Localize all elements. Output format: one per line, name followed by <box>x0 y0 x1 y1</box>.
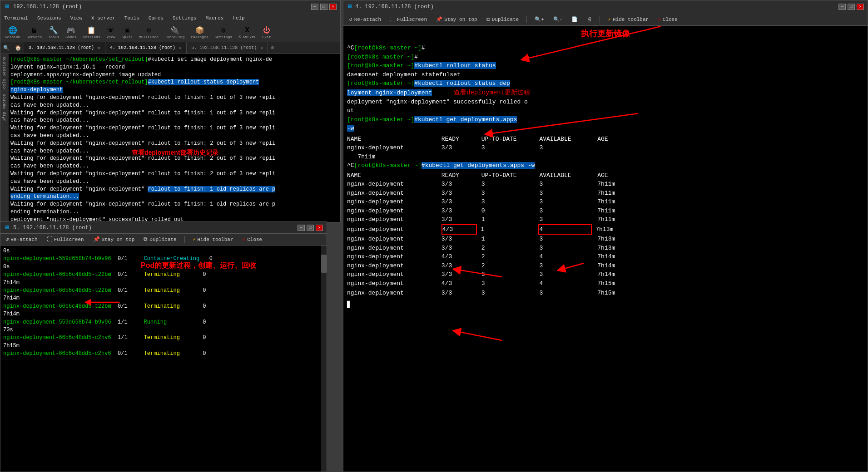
bl-stayontop-icon: 📌 <box>93 236 100 243</box>
bl-duplicate-label: Duplicate <box>149 237 176 242</box>
close-button[interactable]: ✕ <box>329 4 337 10</box>
rt-zoomout-btn[interactable]: 🔍- <box>551 15 565 23</box>
games-btn[interactable]: 🎮 Games <box>63 26 79 39</box>
rt-print1-btn[interactable]: 📄 <box>569 15 580 23</box>
bl-hide-toolbar-btn[interactable]: ⚡ Hide toolbar <box>190 236 236 243</box>
tab-4[interactable]: 4. 192.168.11.128 (root) ✕ <box>105 42 187 54</box>
rt-sep2 <box>600 16 600 23</box>
menu-help[interactable]: Help <box>231 15 246 21</box>
minimize-button[interactable]: — <box>311 4 318 10</box>
bl-close-icon: ✕ <box>243 236 246 242</box>
rt-close-label: Close <box>663 17 678 22</box>
menu-sessions[interactable]: Sessions <box>35 15 63 21</box>
rt-maximize-button[interactable]: □ <box>848 4 855 10</box>
bl-close-label: Close <box>247 237 262 242</box>
rt-reattach-btn[interactable]: ↺ Re-attach <box>347 15 383 23</box>
session-btn[interactable]: 🌐 Session <box>2 26 23 39</box>
packages-btn[interactable]: 📦 Packages <box>188 26 211 39</box>
rt-duplicate-icon: ⧉ <box>486 17 490 22</box>
sidenav-sftp[interactable]: Sftp <box>1 111 8 123</box>
right-terminal-content: 执行更新镜像 ^C[root@k8s-master ~]# [root@k8s-… <box>343 26 868 472</box>
rt-minimize-button[interactable]: — <box>838 4 846 10</box>
sidenav-tools[interactable]: Tools <box>1 78 8 92</box>
bl-close-button[interactable]: ✕ <box>316 225 323 231</box>
rt-fullscreen-icon: ⛶ <box>390 16 395 22</box>
maximize-button[interactable]: □ <box>320 4 327 10</box>
menu-settings[interactable]: Settings <box>171 15 198 21</box>
rt-title: 4. 192.168.11.128 (root) <box>355 4 836 10</box>
rt-stayontop-btn[interactable]: 📌 Stay on top <box>434 15 480 23</box>
rt-zoomin-btn[interactable]: 🔍+ <box>532 15 546 23</box>
rt-stayontop-label: Stay on top <box>444 17 477 22</box>
rt-reattach-icon: ↺ <box>349 16 352 22</box>
rt-sep1 <box>526 16 527 23</box>
tab-5[interactable]: 5. 192.168.11.128 (root) ✕ <box>187 42 268 54</box>
zoomin-icon: 🔍+ <box>535 16 544 22</box>
tools-btn[interactable]: 🔧 Tools <box>45 26 62 39</box>
bl-terminal-icon: 🖥 <box>4 224 10 231</box>
menu-xserver[interactable]: X server <box>89 15 117 21</box>
left-terminal-content: [root@k8s-master ~/kubernetes/set_rollou… <box>9 54 340 222</box>
right-terminal[interactable]: 🖥 4. 192.168.11.128 (root) — □ ✕ ↺ Re-at… <box>343 0 868 472</box>
search-icon[interactable]: 🔍 <box>0 42 12 54</box>
sessions-btn[interactable]: 📋 Sessions <box>80 26 103 39</box>
left-titlebar: 🖥 192.168.11.128 (root) — □ ✕ <box>0 0 340 13</box>
rt-fullscreen-btn[interactable]: ⛶ Fullscreen <box>388 15 429 23</box>
bl-minimize-button[interactable]: — <box>298 225 305 231</box>
tunneling-btn[interactable]: 🔌 Tunneling <box>162 26 187 39</box>
tab-add-button[interactable]: ⊕ <box>268 42 277 54</box>
right-titlebar: 🖥 4. 192.168.11.128 (root) — □ ✕ <box>343 0 868 13</box>
bottom-left-titlebar: 🖥 5. 192.168.11.128 (root) — □ ✕ <box>0 222 327 234</box>
bl-fullscreen-label: Fullscreen <box>54 237 84 242</box>
print2-icon: 🖨 <box>587 16 592 22</box>
settings-icon-btn[interactable]: ⚙ Settings <box>212 26 235 39</box>
servers-btn[interactable]: 🖥 Servers <box>24 26 45 39</box>
menu-terminal[interactable]: Terminal <box>2 15 30 21</box>
tab-3[interactable]: 3. 192.168.11.128 (root) ✕ <box>24 42 105 54</box>
sidenav-sessions[interactable]: Sessions <box>1 56 8 77</box>
bl-maximize-button[interactable]: □ <box>307 225 314 231</box>
rt-close-icon: ✕ <box>658 16 661 22</box>
xserver-btn[interactable]: X X server <box>236 26 258 39</box>
exit-btn[interactable]: ⏻ Exit <box>260 26 274 39</box>
left-top-terminal[interactable]: 🖥 192.168.11.128 (root) — □ ✕ Terminal S… <box>0 0 341 222</box>
rt-hide-label: Hide toolbar <box>613 17 649 22</box>
annotation-update-process: 查看deployment更新过程 <box>454 89 530 96</box>
reattach-icon: ↺ <box>5 236 9 243</box>
bl-duplicate-btn[interactable]: ⧉ Duplicate <box>141 236 179 244</box>
split-btn[interactable]: ▣ Split <box>119 26 135 39</box>
rt-duplicate-label: Duplicate <box>492 17 519 22</box>
bl-reattach-btn[interactable]: ↺ Re-attach <box>3 235 40 244</box>
left-title: 192.168.11.128 (root) <box>13 4 308 10</box>
view-btn[interactable]: 👁 View <box>104 26 118 39</box>
multiexec-btn[interactable]: ⚙ MultiExec <box>136 26 161 39</box>
menu-macros[interactable]: Macros <box>204 15 226 21</box>
terminal-icon: 🖥 <box>4 3 10 10</box>
bl-stayontop-btn[interactable]: 📌 Stay on top <box>91 235 137 244</box>
scrollbar[interactable] <box>321 246 327 472</box>
rt-close-btn[interactable]: ✕ Close <box>655 15 680 23</box>
bl-stayontop-label: Stay on top <box>102 237 135 242</box>
sidenav-macros[interactable]: Macros <box>1 93 8 109</box>
rt-stayontop-icon: 📌 <box>436 16 442 22</box>
home-icon[interactable]: 🏠 <box>12 42 24 54</box>
bl-duplicate-icon: ⧉ <box>144 236 148 243</box>
print1-icon: 📄 <box>571 16 578 22</box>
menu-games[interactable]: Games <box>147 15 165 21</box>
win-controls[interactable]: — □ ✕ <box>311 4 337 10</box>
rt-close-button[interactable]: ✕ <box>857 4 864 10</box>
bl-win-controls[interactable]: — □ ✕ <box>298 225 323 231</box>
bl-fullscreen-btn[interactable]: ⛶ Fullscreen <box>45 235 86 244</box>
menu-tools[interactable]: Tools <box>123 15 141 21</box>
bottom-left-content: 0s nginx-deployment-559d658b74-b9v96 0/1… <box>0 246 321 472</box>
bl-hide-label: Hide toolbar <box>197 237 233 242</box>
rt-duplicate-btn[interactable]: ⧉ Duplicate <box>484 16 521 23</box>
rt-reattach-label: Re-attach <box>354 17 381 22</box>
rt-print2-btn[interactable]: 🖨 <box>585 15 594 23</box>
bl-close-btn[interactable]: ✕ Close <box>240 236 265 243</box>
bottom-left-terminal[interactable]: 🖥 5. 192.168.11.128 (root) — □ ✕ ↺ Re-at… <box>0 221 327 472</box>
menu-view[interactable]: View <box>69 15 84 21</box>
rt-hide-toolbar-btn[interactable]: ⚡ Hide toolbar <box>605 15 651 23</box>
fullscreen-icon: ⛶ <box>47 236 52 243</box>
rt-win-controls[interactable]: — □ ✕ <box>838 4 864 10</box>
